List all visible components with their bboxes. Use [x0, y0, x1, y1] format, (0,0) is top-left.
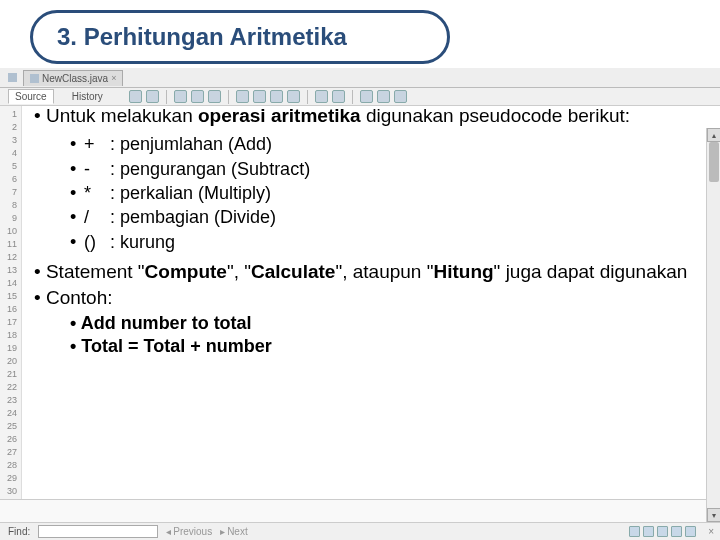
toolbar-icon[interactable] [315, 90, 328, 103]
toolbar-icon[interactable] [287, 90, 300, 103]
examples: Add number to total Total = Total + numb… [30, 312, 700, 358]
toolbar-icon[interactable] [377, 90, 390, 103]
line-number: 23 [0, 394, 21, 407]
find-input[interactable] [38, 525, 158, 538]
line-number: 24 [0, 407, 21, 420]
scroll-down-icon[interactable]: ▾ [707, 508, 720, 522]
editor-tab-bar: NewClass.java × [0, 68, 720, 88]
example-item: Add number to total [70, 312, 700, 335]
java-file-icon [30, 74, 39, 83]
tab-label: NewClass.java [42, 73, 108, 84]
line-gutter: 1 2 3 4 5 6 7 8 9 10 11 12 13 14 15 16 1… [0, 106, 22, 499]
line-number: 3 [0, 134, 21, 147]
list-item: •*: perkalian (Multiply) [70, 181, 700, 205]
line-number: 29 [0, 472, 21, 485]
line-number: 20 [0, 355, 21, 368]
list-item: •/: pembagian (Divide) [70, 205, 700, 229]
line-number: 26 [0, 433, 21, 446]
list-item: •-: pengurangan (Subtract) [70, 157, 700, 181]
toolbar-icon[interactable] [208, 90, 221, 103]
separator [307, 90, 308, 104]
line-number: 27 [0, 446, 21, 459]
line-number: 30 [0, 485, 21, 498]
find-previous-button[interactable]: ◂ Previous [166, 526, 212, 537]
tab-source[interactable]: Source [8, 89, 54, 104]
whole-word-icon[interactable] [643, 526, 654, 537]
toolbar-icon[interactable] [236, 90, 249, 103]
line-number: 2 [0, 121, 21, 134]
line-number: 6 [0, 173, 21, 186]
line-number: 5 [0, 160, 21, 173]
line-number: 10 [0, 225, 21, 238]
toolbar-icon[interactable] [129, 90, 142, 103]
line-number: 1 [0, 108, 21, 121]
line-number: 25 [0, 420, 21, 433]
list-item: •+: penjumlahan (Add) [70, 132, 700, 156]
regex-icon[interactable] [657, 526, 668, 537]
line-number: 11 [0, 238, 21, 251]
line-number: 22 [0, 381, 21, 394]
line-number: 12 [0, 251, 21, 264]
statement-line: Statement "Compute", "Calculate", ataupu… [30, 260, 700, 284]
find-bar: Find: ◂ Previous ▸ Next × [0, 522, 720, 540]
line-number: 7 [0, 186, 21, 199]
line-number: 15 [0, 290, 21, 303]
line-number: 4 [0, 147, 21, 160]
find-label: Find: [8, 526, 30, 537]
find-next-button[interactable]: ▸ Next [220, 526, 248, 537]
line-number: 16 [0, 303, 21, 316]
title-banner: 3. Perhitungan Aritmetika [30, 10, 450, 64]
list-item: •(): kurung [70, 230, 700, 254]
line-number: 17 [0, 316, 21, 329]
toolbar-icon[interactable] [191, 90, 204, 103]
line-number: 19 [0, 342, 21, 355]
intro-line: Untuk melakukan operasi aritmetika digun… [30, 104, 700, 128]
close-icon[interactable]: × [111, 73, 116, 83]
line-number: 18 [0, 329, 21, 342]
toolbar-icon[interactable] [332, 90, 345, 103]
contoh-label: Contoh: [30, 286, 700, 310]
toolbar-icon[interactable] [253, 90, 266, 103]
separator [166, 90, 167, 104]
line-number: 28 [0, 459, 21, 472]
scroll-thumb[interactable] [709, 142, 719, 182]
toolbar-icon[interactable] [146, 90, 159, 103]
editor-tab[interactable]: NewClass.java × [23, 70, 123, 86]
toolbar-icon[interactable] [360, 90, 373, 103]
slide-content: Untuk melakukan operasi aritmetika digun… [30, 104, 700, 358]
separator [352, 90, 353, 104]
match-case-icon[interactable] [629, 526, 640, 537]
highlight-icon[interactable] [671, 526, 682, 537]
close-icon[interactable]: × [708, 526, 714, 537]
line-number: 21 [0, 368, 21, 381]
operator-list: •+: penjumlahan (Add) •-: pengurangan (S… [30, 132, 700, 253]
wrap-icon[interactable] [685, 526, 696, 537]
tab-history[interactable]: History [66, 90, 109, 103]
scroll-up-icon[interactable]: ▴ [707, 128, 720, 142]
example-item: Total = Total + number [70, 335, 700, 358]
line-number: 13 [0, 264, 21, 277]
line-number: 14 [0, 277, 21, 290]
vertical-scrollbar[interactable]: ▴ ▾ [706, 128, 720, 522]
separator [228, 90, 229, 104]
line-number: 8 [0, 199, 21, 212]
slide-title: 3. Perhitungan Aritmetika [57, 23, 347, 51]
nav-back-icon[interactable] [8, 73, 17, 82]
toolbar-icon[interactable] [394, 90, 407, 103]
toolbar-icon[interactable] [270, 90, 283, 103]
line-number: 9 [0, 212, 21, 225]
toolbar-icon[interactable] [174, 90, 187, 103]
find-options [629, 526, 696, 537]
